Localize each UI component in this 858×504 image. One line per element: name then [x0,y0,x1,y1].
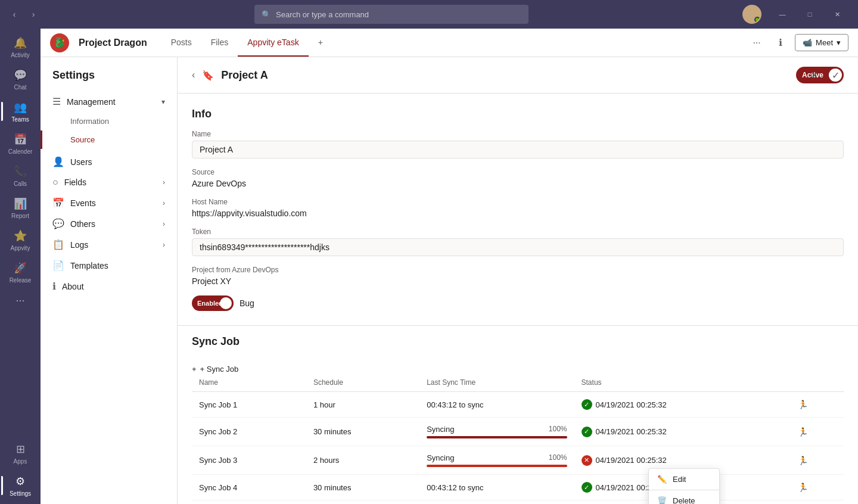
source-label: Source [192,168,844,176]
calls-icon: 📞 [13,164,27,179]
about-label: About [62,282,84,291]
info-section: Info Name Source Azure DevOps Host Name … [178,94,858,311]
templates-header[interactable]: 📄 Templates [41,255,177,276]
col-name: Name [192,374,306,392]
job-last-sync: 00:43:12 to sync [419,475,574,500]
context-menu: ✏️ Edit 🗑️ Delete [648,468,720,504]
bookmark-icon: 🔖 [202,70,214,81]
events-label: Events [70,198,96,208]
col-last-sync: Last Sync Time [419,374,574,392]
close-form-button[interactable]: ✕ [806,67,822,83]
job-status: ✓ 04/19/2021 00:25:32 [574,418,791,446]
settings-sub-source[interactable]: Source [41,130,177,149]
sidebar-item-report[interactable]: 📊 Report [1,192,39,224]
enabled-toggle-pill[interactable]: Enabled [192,295,234,311]
confirm-form-button[interactable]: ✓ [827,67,844,83]
back-button[interactable]: ‹ [192,70,195,80]
nav-forward-button[interactable]: › [26,7,41,21]
fields-icon: ○ [52,177,58,188]
run-icon[interactable]: 🏃 [798,483,808,492]
col-schedule: Schedule [306,374,419,392]
management-icon: ☰ [52,96,61,107]
job-schedule: 30 minutes [306,475,419,500]
sidebar-item-calendar[interactable]: 📅 Calender [1,127,39,160]
bug-label: Bug [240,298,254,308]
fields-header[interactable]: ○ Fields › [41,172,177,192]
maximize-button[interactable]: □ [796,5,823,24]
sidebar-item-settings[interactable]: ⚙ Settings [1,469,39,502]
more-options-button[interactable]: ··· [747,33,766,52]
minimize-button[interactable]: — [769,5,796,24]
others-icon: 💬 [52,218,64,229]
add-sync-job-button[interactable]: + + Sync Job [192,365,844,374]
name-input[interactable] [192,141,844,158]
sidebar-item-teams[interactable]: 👥 Teams [1,95,39,127]
project-from-label: Project from Azure DevOps [192,266,844,274]
search-icon: 🔍 [262,10,271,19]
title-bar-right: — □ ✕ [742,5,851,24]
apps-icon: ⊞ [13,442,27,456]
tab-bar: Posts Files Appvity eTask + [161,29,332,57]
status-error-icon: ✕ [582,455,592,466]
context-menu-delete[interactable]: 🗑️ Delete [649,490,719,504]
sidebar-item-apps[interactable]: ⊞ Apps [1,437,39,469]
run-icon[interactable]: 🏃 [798,456,808,465]
about-header[interactable]: ℹ About [41,276,177,297]
sidebar-item-release[interactable]: 🚀 Release [1,256,39,288]
sidebar-item-label: Calls [14,181,27,187]
sidebar-item-appvity[interactable]: ⭐ Appvity [1,224,39,256]
users-header[interactable]: 👤 Users [41,151,177,172]
about-icon: ℹ [52,281,56,292]
settings-sub-information[interactable]: Information [41,112,177,130]
others-header[interactable]: 💬 Others › [41,213,177,234]
management-header[interactable]: ☰ Management ▾ [41,91,177,112]
close-button[interactable]: ✕ [823,5,851,24]
sidebar-item-label: Teams [11,116,29,123]
tab-add-button[interactable]: + [309,29,332,57]
token-input[interactable] [192,238,844,256]
info-button[interactable]: ℹ [771,33,790,52]
table-row: Sync Job 4 30 minutes 00:43:12 to sync ✓… [192,475,844,500]
management-label: Management [67,97,116,107]
form-close-buttons: ✕ ✓ [806,67,844,83]
teams-icon: 👥 [13,100,27,114]
main-content: 🐉 Project Dragon Posts Files Appvity eTa… [41,29,858,504]
project-name: Project A [221,69,268,82]
avatar[interactable] [742,5,761,24]
sidebar-item-label: Chat [14,84,26,91]
sidebar-item-calls[interactable]: 📞 Calls [1,160,39,192]
sidebar-item-label: Report [11,213,29,219]
enabled-label: Enabled [197,300,223,307]
sidebar-item-activity[interactable]: 🔔 Activity [1,31,39,63]
search-bar[interactable]: 🔍 Search or type a command [254,5,529,24]
run-icon[interactable]: 🏃 [798,400,808,409]
tab-appvity-etask[interactable]: Appvity eTask [238,29,308,57]
hostname-value: https://appvity.visualstudio.com [192,209,844,218]
sidebar-item-more[interactable]: ··· [1,288,39,312]
tab-files[interactable]: Files [201,29,238,57]
col-status: Status [574,374,791,392]
events-icon: 📅 [52,197,64,209]
nav-back-button[interactable]: ‹ [7,7,21,21]
sync-title: Sync Job [192,335,240,348]
appvity-icon: ⭐ [13,229,27,243]
sidebar-item-chat[interactable]: 💬 Chat [1,63,39,95]
others-chevron-icon: › [163,220,165,228]
meet-button[interactable]: 📹 Meet ▾ [795,34,848,51]
events-header[interactable]: 📅 Events › [41,192,177,213]
logs-header[interactable]: 📋 Logs › [41,234,177,255]
job-name: Sync Job 1 [192,392,306,418]
context-menu-edit[interactable]: ✏️ Edit [649,469,719,490]
edit-icon: ✏️ [657,475,667,484]
more-icon: ··· [13,293,27,307]
chat-icon: 💬 [13,68,27,82]
job-last-sync: 00:43:12 to sync [419,392,574,418]
tab-posts[interactable]: Posts [161,29,201,57]
others-label: Others [70,219,95,229]
job-schedule: 2 hours [306,446,419,475]
chevron-down-icon: ▾ [837,38,841,47]
online-status-indicator [754,17,760,23]
nav-buttons: ‹ › [7,7,41,21]
run-icon[interactable]: 🏃 [798,427,808,437]
job-status: ✓ 04/19/2021 00:25:32 [574,392,791,418]
